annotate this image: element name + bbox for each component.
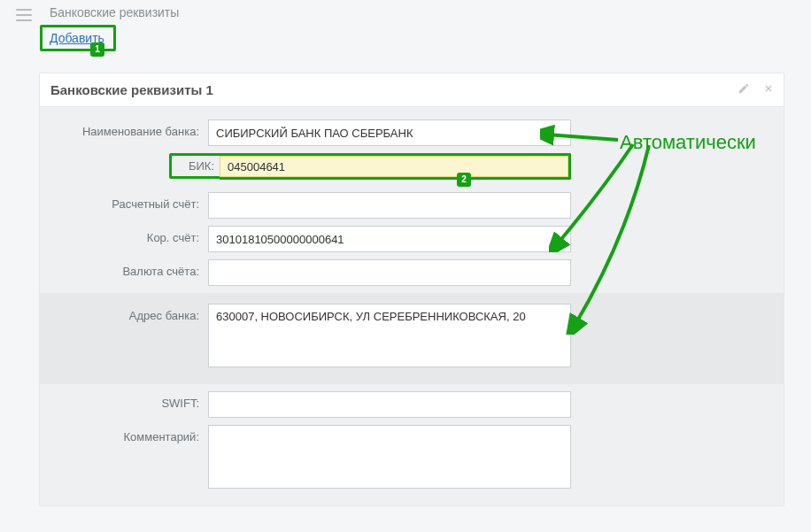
label-swift: SWIFT: <box>40 391 208 410</box>
label-corr-account: Кор. счёт: <box>40 226 208 244</box>
label-comment: Комментарий: <box>40 425 208 443</box>
bank-name-input[interactable] <box>208 120 571 146</box>
hamburger-icon[interactable] <box>16 9 32 21</box>
label-address: Адрес банка: <box>40 304 208 322</box>
label-bank-name: Наименование банка: <box>40 120 208 138</box>
close-icon[interactable] <box>761 81 776 96</box>
edit-icon[interactable] <box>736 81 752 96</box>
label-account: Расчетный счёт: <box>40 192 208 211</box>
swift-input[interactable] <box>208 391 571 418</box>
account-input[interactable] <box>208 192 571 219</box>
label-bik: БИК: <box>169 153 222 179</box>
page-title: Банковские реквизиты <box>50 5 179 19</box>
address-input[interactable] <box>208 304 571 367</box>
annotation-badge-2: 2 <box>457 173 471 187</box>
corr-account-input[interactable] <box>208 226 571 252</box>
comment-input[interactable] <box>208 425 571 489</box>
annotation-badge-1: 1 <box>90 42 104 57</box>
currency-input[interactable] <box>208 259 571 286</box>
label-currency: Валюта счёта: <box>40 259 208 278</box>
bik-input[interactable] <box>220 156 568 177</box>
panel-title-text: Банковские реквизиты 1 <box>50 82 213 97</box>
annotation-label: Автоматически <box>620 131 756 154</box>
panel-title: Банковские реквизиты 1 <box>40 73 784 107</box>
